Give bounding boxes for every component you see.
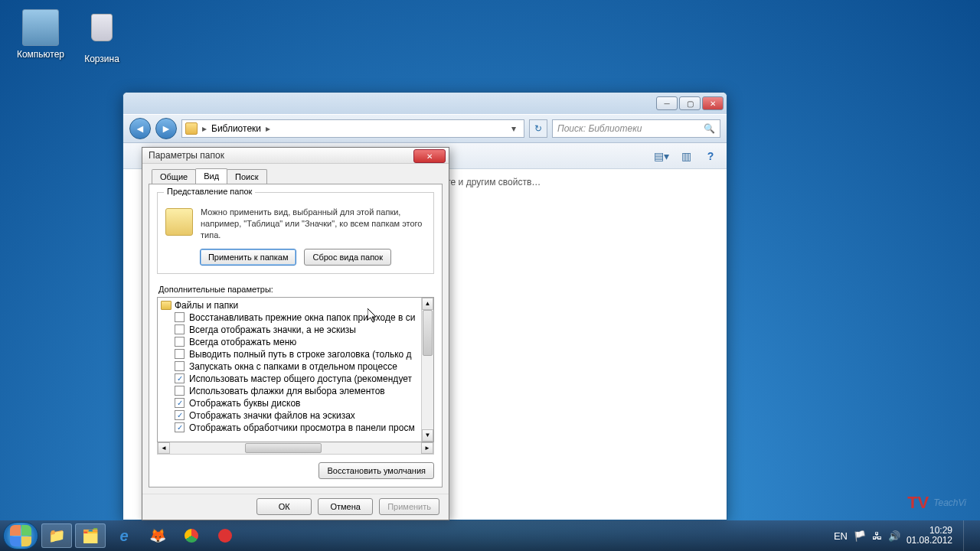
taskbar-chrome[interactable] — [176, 523, 207, 548]
tray-flag-icon[interactable]: 🏳️ — [854, 530, 866, 542]
checkbox[interactable] — [175, 337, 185, 347]
taskbar-opera[interactable] — [210, 523, 240, 548]
checkbox[interactable] — [175, 361, 185, 371]
help-button[interactable]: ? — [702, 148, 719, 165]
search-placeholder: Поиск: Библиотеки — [557, 123, 642, 134]
recycle-bin-icon — [83, 14, 120, 51]
tree-item-label: Выводить полный путь в строке заголовка … — [189, 349, 412, 360]
scroll-up-button[interactable]: ▲ — [422, 298, 433, 310]
search-icon: 🔍 — [704, 123, 715, 134]
tree-item-label: Отображать обработчики просмотра в панел… — [189, 422, 415, 433]
hscroll-track[interactable] — [170, 442, 421, 454]
folder-views-icon — [165, 208, 193, 236]
scroll-track[interactable] — [422, 310, 433, 429]
desktop-icon-bin[interactable]: Корзина — [75, 9, 129, 64]
tab-search[interactable]: Поиск — [227, 169, 266, 184]
tree-item-label: Использовать флажки для выбора элементов — [189, 386, 385, 396]
tree-root-label: Файлы и папки — [175, 300, 238, 311]
checkbox[interactable]: ✓ — [175, 373, 185, 383]
checkbox[interactable] — [175, 349, 185, 359]
tree-checkbox-item[interactable]: Выводить полный путь в строке заголовка … — [161, 348, 418, 360]
checkbox[interactable]: ✓ — [175, 410, 185, 420]
tree-checkbox-item[interactable]: ✓Отображать обработчики просмотра в пане… — [161, 422, 418, 434]
tab-general[interactable]: Общие — [152, 169, 196, 184]
taskbar: 📁 🗂️ e 🦊 EN 🏳️ 🖧 🔊 10:29 01.08.2012 — [0, 520, 980, 551]
tree-item-label: Всегда отображать меню — [189, 337, 296, 347]
tree-item-label: Восстанавливать прежние окна папок при в… — [189, 312, 415, 323]
tab-panel-view: Представление папок Можно применить вид,… — [149, 184, 443, 487]
tray-clock[interactable]: 10:29 01.08.2012 — [906, 526, 952, 546]
watermark: TVTeachVi — [907, 493, 966, 513]
breadcrumb-segment[interactable]: Библиотеки — [211, 123, 261, 134]
checkbox[interactable]: ✓ — [175, 398, 185, 408]
address-dropdown[interactable]: ▾ — [507, 123, 521, 134]
restore-defaults-button[interactable]: Восстановить умолчания — [318, 462, 434, 479]
desktop-icon-label: Корзина — [75, 54, 129, 64]
checkbox[interactable] — [175, 386, 185, 396]
tree-checkbox-item[interactable]: ✓Отображать буквы дисков — [161, 397, 418, 409]
explorer-address-bar: ◄ ► ▸ Библиотеки ▸ ▾ ↻ Поиск: Библиотеки… — [123, 114, 727, 143]
apply-button[interactable]: Применить — [379, 498, 439, 515]
advanced-settings-tree[interactable]: Файлы и папки Восстанавливать прежние ок… — [157, 297, 434, 442]
tray-volume-icon[interactable]: 🔊 — [888, 530, 900, 542]
scroll-thumb[interactable] — [423, 310, 433, 356]
explorer-titlebar[interactable]: ─ ▢ ✕ — [123, 93, 727, 114]
nav-forward-button[interactable]: ► — [155, 118, 177, 139]
preview-pane-button[interactable]: ▥ — [678, 148, 694, 165]
apply-to-folders-button[interactable]: Применить к папкам — [200, 249, 297, 266]
taskbar-explorer-2[interactable]: 🗂️ — [75, 523, 106, 548]
cancel-button[interactable]: Отмена — [318, 498, 373, 515]
dialog-title: Параметры папок — [149, 150, 224, 161]
nav-back-button[interactable]: ◄ — [129, 118, 151, 139]
checkbox[interactable] — [175, 312, 185, 322]
tree-checkbox-item[interactable]: ✓Отображать значки файлов на эскизах — [161, 409, 418, 422]
desktop-icon-computer[interactable]: Компьютер — [14, 9, 67, 60]
tree-item-label: Отображать значки файлов на эскизах — [189, 410, 355, 421]
tree-checkbox-item[interactable]: Всегда отображать меню — [161, 336, 418, 348]
start-button[interactable] — [3, 522, 38, 549]
scroll-left-button[interactable]: ◄ — [158, 442, 170, 454]
tray-network-icon[interactable]: 🖧 — [872, 530, 882, 542]
folder-icon — [161, 301, 172, 310]
maximize-button[interactable]: ▢ — [679, 96, 701, 110]
tree-vertical-scrollbar[interactable]: ▲ ▼ — [421, 298, 433, 442]
tab-view[interactable]: Вид — [195, 168, 227, 184]
tree-checkbox-item[interactable]: Восстанавливать прежние окна папок при в… — [161, 311, 418, 324]
hscroll-thumb[interactable] — [245, 443, 322, 453]
tray-lang[interactable]: EN — [834, 530, 848, 542]
minimize-button[interactable]: ─ — [656, 96, 678, 110]
taskbar-ie[interactable]: e — [109, 523, 139, 548]
dialog-close-button[interactable]: ✕ — [413, 149, 446, 163]
dialog-titlebar[interactable]: Параметры папок ✕ — [142, 148, 449, 164]
groupbox-text: Можно применить вид, выбранный для этой … — [201, 207, 426, 241]
show-desktop-button[interactable] — [963, 520, 972, 551]
system-tray: EN 🏳️ 🖧 🔊 10:29 01.08.2012 — [834, 520, 977, 551]
checkbox[interactable] — [175, 324, 185, 334]
address-field[interactable]: ▸ Библиотеки ▸ ▾ — [181, 119, 524, 138]
taskbar-firefox[interactable]: 🦊 — [142, 523, 173, 548]
tree-checkbox-item[interactable]: ✓Использовать мастер общего доступа (рек… — [161, 373, 418, 385]
ok-button[interactable]: ОК — [256, 498, 312, 515]
scroll-down-button[interactable]: ▼ — [422, 429, 433, 442]
tree-item-label: Использовать мастер общего доступа (реко… — [189, 373, 412, 384]
checkbox[interactable]: ✓ — [175, 422, 185, 432]
refresh-button[interactable]: ↻ — [529, 119, 547, 138]
tree-item-label: Запускать окна с папками в отдельном про… — [189, 361, 397, 372]
dialog-footer: ОК Отмена Применить — [142, 494, 449, 520]
view-options-button[interactable]: ▤▾ — [653, 148, 670, 165]
reset-folders-button[interactable]: Сброс вида папок — [304, 249, 391, 266]
search-input[interactable]: Поиск: Библиотеки 🔍 — [552, 119, 720, 138]
advanced-settings-label: Дополнительные параметры: — [158, 285, 434, 294]
folder-options-dialog: Параметры папок ✕ Общие Вид Поиск Предст… — [142, 147, 449, 520]
tree-item-label: Отображать буквы дисков — [189, 398, 300, 409]
tree-checkbox-item[interactable]: Всегда отображать значки, а не эскизы — [161, 324, 418, 336]
computer-icon — [22, 9, 59, 46]
tree-checkbox-item[interactable]: Использовать флажки для выбора элементов — [161, 385, 418, 397]
tree-root-files-folders[interactable]: Файлы и папки — [161, 299, 418, 311]
dialog-tabs: Общие Вид Поиск — [142, 168, 449, 184]
scroll-right-button[interactable]: ► — [421, 442, 433, 454]
tree-horizontal-scrollbar[interactable]: ◄ ► — [157, 442, 434, 455]
tree-checkbox-item[interactable]: Запускать окна с папками в отдельном про… — [161, 360, 418, 373]
close-button[interactable]: ✕ — [702, 96, 724, 110]
taskbar-explorer[interactable]: 📁 — [41, 523, 72, 548]
